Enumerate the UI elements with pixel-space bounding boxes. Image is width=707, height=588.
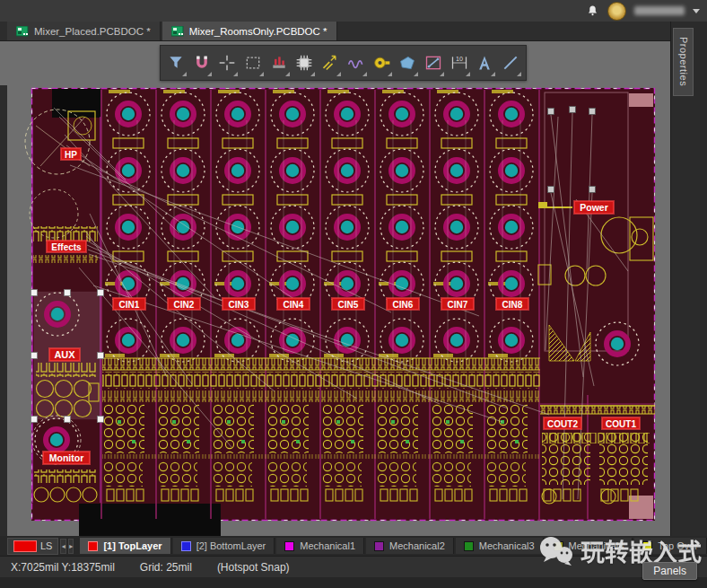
line-icon [502,54,519,72]
tab-label: Mixer_RoomsOnly.PCBDOC * [189,26,327,37]
user-name-blurred [634,6,685,15]
pcb-doc-icon [16,26,29,37]
svg-text:Effects: Effects [51,242,82,252]
pad-stack-icon [270,54,288,72]
svg-text:CIN8: CIN8 [502,300,523,310]
wave-icon [347,54,365,72]
text-string-button[interactable] [473,48,498,78]
tab-mixer-roomsonly[interactable]: Mixer_RoomsOnly.PCBDOC * [162,22,337,40]
svg-text:CIN7: CIN7 [448,300,468,310]
room-label-cout2[interactable]: COUT2 [544,417,581,429]
layer-tab-mechanical1[interactable]: Mechanical1 [276,538,364,554]
notifications-bell-icon[interactable] [586,4,599,18]
svg-text:CIN5: CIN5 [338,300,359,310]
svg-text:CIN6: CIN6 [393,300,414,310]
room-label-cout1[interactable]: COUT1 [602,417,640,429]
layer-set-color-swatch [13,540,37,552]
polygon-pour-button[interactable] [395,48,420,78]
component-button[interactable] [292,48,318,78]
panels-button[interactable]: Panels [642,562,697,580]
layer-color-swatch [374,541,384,551]
left-arrow-icon: ◂ [62,542,65,550]
svg-text:COUT2: COUT2 [547,419,578,429]
layer-tab-bottomlayer[interactable]: [2] BottomLayer [173,538,275,554]
properties-tab-label: Properties [678,37,689,86]
document-tab-bar: Mixer_Placed.PCBDOC * Mixer_RoomsOnly.PC… [0,22,707,41]
snapping-button[interactable] [189,48,214,78]
layer-tab-toplayer[interactable]: [1] TopLayer [80,538,170,554]
title-bar [0,0,707,22]
bottom-filler [0,577,707,588]
layer-scroll-left-button[interactable]: ◂ [60,539,65,554]
layer-tab-topoverlay[interactable]: Top Over [634,538,707,554]
layer-tab-mechanical2[interactable]: Mechanical2 [366,538,454,554]
layer-color-swatch [284,541,294,551]
user-menu-caret-icon[interactable] [693,9,700,13]
tab-mixer-placed[interactable]: Mixer_Placed.PCBDOC * [7,22,161,40]
origin-button[interactable] [214,48,240,78]
layer-color-swatch [88,541,98,551]
altium-pcb-editor-window: { "titlebar": { "user_caret": "▾" }, "ta… [0,0,707,588]
room-label-aux[interactable]: AUX [49,348,80,361]
layer-tab-mechanical3[interactable]: Mechanical3 [456,538,544,554]
layer-color-swatch [181,541,191,551]
right-dock-panel: Properties [670,22,707,536]
filter-button[interactable] [163,48,188,78]
layer-tab-mechanical4[interactable]: Mechanical4 [546,538,633,554]
layer-tab-bar: LS ◂ ▸ [1] TopLayer [2] BottomLayer Mech… [0,536,707,556]
layer-color-swatch [642,541,652,551]
left-edge-strip [0,85,7,536]
line-button[interactable] [498,48,523,78]
dimension-button[interactable]: 10 [447,48,472,78]
right-arrow-icon: ▸ [69,542,73,550]
svg-text:COUT1: COUT1 [606,419,636,429]
pcb-layout-drawing[interactable]: HP Effects AUX Monitor Power COUT2 COUT1 [0,41,670,536]
filter-icon [167,54,185,72]
room-icon [424,54,442,72]
room-label-effects[interactable]: Effects [47,241,86,252]
route-icon [321,54,339,72]
grid-readout: Grid: 25mil [140,561,192,574]
pcb-canvas[interactable]: HP Effects AUX Monitor Power COUT2 COUT1 [0,41,670,536]
layer-scroll-right-button[interactable]: ▸ [68,539,74,554]
svg-text:Power: Power [580,202,608,213]
via-button[interactable] [370,48,395,78]
pcb-doc-icon [171,26,184,37]
snap-mode-readout: (Hotspot Snap) [217,561,290,574]
via-icon [373,54,391,72]
svg-text:AUX: AUX [54,349,75,360]
layer-set-label: LS [40,540,52,551]
status-bar: X:7025mil Y:18375mil Grid: 25mil (Hotspo… [0,556,707,578]
room-button[interactable] [421,48,446,78]
titlebar-right-cluster [586,2,700,20]
selection-button[interactable] [240,48,266,78]
interactive-routing-button[interactable] [318,48,343,78]
layer-set-selector[interactable]: LS [7,538,58,555]
svg-text:CIN4: CIN4 [284,300,304,310]
svg-text:HP: HP [65,150,77,160]
pad-stack-button[interactable] [266,48,292,78]
layer-color-swatch [554,541,563,551]
svg-text:CIN1: CIN1 [119,300,140,310]
differential-pair-button[interactable] [344,48,369,78]
magnet-icon [193,54,211,72]
active-bar-toolbar: 10 [160,45,527,81]
layer-color-swatch [464,541,474,551]
dimension-icon: 10 [450,54,468,72]
room-label-monitor[interactable]: Monitor [43,452,90,464]
selection-box-icon [244,54,262,72]
crosshair-icon [218,54,236,72]
svg-text:10: 10 [456,56,463,63]
chip-icon [295,54,313,72]
room-label-power[interactable]: Power [574,201,614,214]
polygon-icon [398,54,416,72]
room-label-hp[interactable]: HP [61,148,81,160]
user-avatar[interactable] [607,2,626,21]
cursor-position-readout: X:7025mil Y:18375mil [11,561,115,574]
tab-label: Mixer_Placed.PCBDOC * [34,26,151,37]
text-a-icon [476,54,493,72]
properties-panel-tab[interactable]: Properties [673,28,694,96]
svg-text:CIN3: CIN3 [229,300,249,310]
svg-text:CIN2: CIN2 [174,300,195,310]
svg-text:Monitor: Monitor [49,452,84,463]
